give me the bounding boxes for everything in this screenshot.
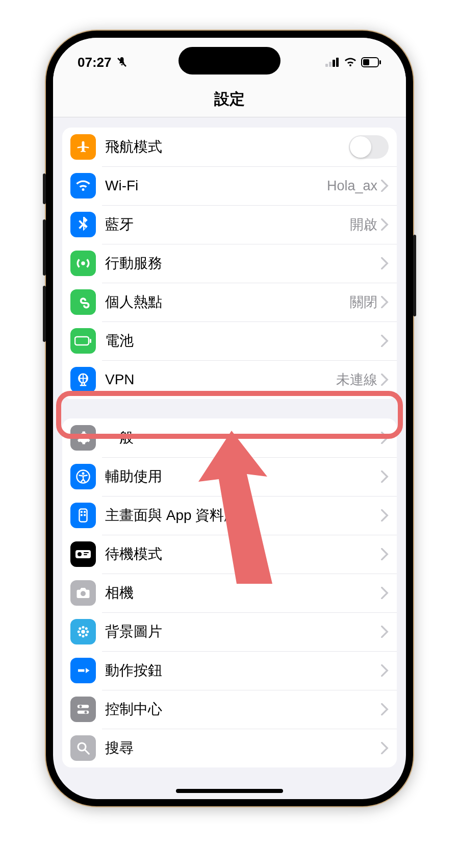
svg-rect-14 <box>81 511 83 513</box>
wallpaper-label: 背景圖片 <box>105 622 380 641</box>
battery-icon <box>361 57 381 67</box>
svg-rect-9 <box>90 339 91 343</box>
svg-rect-15 <box>84 511 86 513</box>
row-action-button[interactable]: 動作按鈕 <box>62 651 397 690</box>
svg-point-25 <box>78 631 80 633</box>
row-standby[interactable]: 待機模式 <box>62 535 397 574</box>
svg-rect-4 <box>336 58 339 67</box>
svg-line-36 <box>85 750 89 754</box>
row-camera[interactable]: 相機 <box>62 574 397 612</box>
wifi-value: Hola_ax <box>327 178 377 194</box>
cellular-icon <box>70 251 96 276</box>
status-time: 07:27 <box>78 55 112 70</box>
bluetooth-value: 開啟 <box>350 215 377 234</box>
svg-point-22 <box>81 630 85 634</box>
row-accessibility[interactable]: 輔助使用 <box>62 457 397 496</box>
chevron-right-icon <box>380 374 389 386</box>
action-label: 動作按鈕 <box>105 661 380 680</box>
general-label: 一般 <box>105 428 380 448</box>
control-label: 控制中心 <box>105 700 380 719</box>
svg-rect-1 <box>325 64 328 67</box>
svg-point-30 <box>85 634 88 636</box>
dynamic-island <box>178 47 280 75</box>
svg-point-12 <box>82 472 85 475</box>
svg-rect-6 <box>363 59 369 65</box>
gear-icon <box>70 425 96 451</box>
svg-rect-2 <box>329 62 332 67</box>
row-battery[interactable]: 電池 <box>62 321 397 360</box>
svg-point-24 <box>82 635 85 637</box>
vpn-label: VPN <box>105 371 336 388</box>
svg-point-29 <box>79 634 81 636</box>
chevron-right-icon <box>380 335 389 347</box>
silent-switch <box>43 173 46 204</box>
bluetooth-label: 藍牙 <box>105 215 350 234</box>
row-wallpaper[interactable]: 背景圖片 <box>62 612 397 651</box>
chevron-right-icon <box>380 548 389 560</box>
power-button <box>413 235 416 316</box>
chevron-right-icon <box>380 470 389 483</box>
svg-point-19 <box>78 552 82 556</box>
svg-rect-31 <box>78 705 89 708</box>
chevron-right-icon <box>380 257 389 269</box>
svg-point-27 <box>79 627 81 630</box>
wallpaper-icon <box>70 619 96 644</box>
row-airplane-mode[interactable]: 飛航模式 <box>62 128 397 166</box>
volume-up-button <box>43 219 46 276</box>
search-icon <box>70 735 96 761</box>
svg-rect-7 <box>379 60 381 64</box>
wifi-settings-icon <box>70 173 96 199</box>
row-search[interactable]: 搜尋 <box>62 729 397 767</box>
row-control-center[interactable]: 控制中心 <box>62 690 397 729</box>
row-homescreen[interactable]: 主畫面與 App 資料庫 <box>62 496 397 535</box>
home-indicator[interactable] <box>176 789 283 793</box>
airplane-toggle[interactable] <box>349 135 389 159</box>
action-button-icon <box>70 658 96 683</box>
chevron-right-icon <box>380 587 389 599</box>
vpn-value: 未連線 <box>336 370 377 389</box>
battery-settings-icon <box>70 328 96 354</box>
row-bluetooth[interactable]: 藍牙 開啟 <box>62 205 397 244</box>
control-center-icon <box>70 697 96 722</box>
svg-point-34 <box>85 711 87 713</box>
screen: 07:27 設定 飛航模式 <box>53 38 406 799</box>
accessibility-icon <box>70 464 96 489</box>
silent-icon <box>116 56 128 68</box>
camera-icon <box>70 580 96 606</box>
homescreen-label: 主畫面與 App 資料庫 <box>105 506 380 525</box>
settings-group-system: 一般 輔助使用 主畫面與 App 資料庫 <box>62 418 397 767</box>
row-vpn[interactable]: VPN 未連線 <box>62 360 397 399</box>
chevron-right-icon <box>380 509 389 522</box>
svg-rect-16 <box>81 514 83 516</box>
cellular-signal-icon <box>325 58 340 67</box>
settings-content[interactable]: 飛航模式 Wi-Fi Hola_ax 藍牙 開啟 <box>53 117 406 787</box>
search-label: 搜尋 <box>105 738 380 758</box>
row-cellular[interactable]: 行動服務 <box>62 244 397 283</box>
accessibility-label: 輔助使用 <box>105 467 380 486</box>
chevron-right-icon <box>380 296 389 308</box>
chevron-right-icon <box>380 218 389 231</box>
svg-rect-20 <box>84 552 89 553</box>
svg-rect-8 <box>75 337 89 345</box>
svg-rect-21 <box>84 554 87 555</box>
row-wifi[interactable]: Wi-Fi Hola_ax <box>62 166 397 205</box>
chevron-right-icon <box>380 742 389 754</box>
row-hotspot[interactable]: 個人熱點 關閉 <box>62 283 397 321</box>
hotspot-label: 個人熱點 <box>105 292 350 312</box>
vpn-icon <box>70 367 96 392</box>
wifi-icon <box>344 57 357 67</box>
wifi-label: Wi-Fi <box>105 178 327 194</box>
bluetooth-icon <box>70 212 96 237</box>
airplane-label: 飛航模式 <box>105 137 349 157</box>
settings-group-connectivity: 飛航模式 Wi-Fi Hola_ax 藍牙 開啟 <box>62 128 397 399</box>
row-general[interactable]: 一般 <box>62 418 397 457</box>
airplane-icon <box>70 134 96 160</box>
svg-point-28 <box>85 627 88 630</box>
battery-label: 電池 <box>105 331 380 351</box>
svg-rect-3 <box>333 60 335 67</box>
standby-icon <box>70 541 96 567</box>
svg-point-23 <box>82 626 85 629</box>
svg-point-32 <box>80 705 82 708</box>
phone-frame: 07:27 設定 飛航模式 <box>46 31 413 806</box>
page-title: 設定 <box>53 76 406 117</box>
